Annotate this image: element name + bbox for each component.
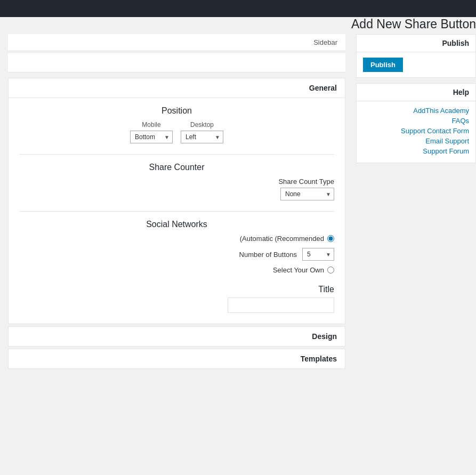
page-title-bar: Add New Share Button (8, 17, 476, 34)
right-sidebar: Publish Publish Help AddThis Academy FAQ… (351, 34, 476, 371)
position-title: Position (19, 106, 334, 116)
share-counter-section: Share Counter Share Count Type None Tota… (19, 163, 334, 200)
share-count-type-label: Share Count Type (19, 178, 334, 186)
publish-button[interactable]: Publish (363, 58, 403, 72)
email-support-link[interactable]: Email Support (425, 137, 469, 145)
list-item: FAQs (363, 117, 469, 125)
desktop-label: Desktop (190, 121, 214, 128)
title-section: Title (19, 285, 334, 313)
left-column: Sidebar General Position Mobile (8, 34, 345, 371)
mobile-position-select[interactable]: Bottom Top Left Right (130, 131, 173, 143)
position-section: Position Mobile Bottom Top Left Right (19, 106, 334, 143)
desktop-position-select[interactable]: Left Right Top Bottom (181, 131, 223, 143)
general-panel: General Position Mobile Bottom Top (8, 78, 345, 324)
number-of-buttons-select-wrapper: 1 2 3 4 5 6 7 8 ▼ (302, 248, 334, 261)
design-panel: Design (8, 326, 345, 347)
help-links-list: AddThis Academy FAQs Support Contact For… (363, 107, 469, 155)
automatic-radio[interactable] (327, 235, 334, 242)
share-count-type-row: None Total Per Network ▼ (19, 188, 334, 200)
mobile-select-wrapper: Bottom Top Left Right ▼ (130, 131, 173, 143)
design-header[interactable]: Design (9, 327, 345, 346)
support-contact-form-link[interactable]: Support Contact Form (401, 127, 469, 135)
share-counter-title: Share Counter (19, 163, 334, 172)
admin-bar (0, 0, 476, 17)
desktop-position-col: Desktop Left Right Top Bottom ▼ (181, 121, 223, 143)
share-count-type-select-wrapper: None Total Per Network ▼ (280, 188, 334, 200)
publish-panel: Publish Publish (356, 34, 476, 78)
desktop-select-wrapper: Left Right Top Bottom ▼ (181, 131, 223, 143)
section-divider-2 (19, 211, 334, 212)
support-forum-link[interactable]: Support Forum (423, 147, 469, 155)
templates-panel: Templates (8, 349, 345, 369)
list-item: Email Support (363, 137, 469, 145)
general-header[interactable]: General (9, 78, 345, 98)
position-row: Mobile Bottom Top Left Right ▼ (19, 121, 334, 143)
addthis-academy-link[interactable]: AddThis Academy (413, 107, 469, 115)
share-count-type-select[interactable]: None Total Per Network (280, 188, 334, 200)
toolbar-area (8, 53, 345, 73)
social-networks-section: Social Networks (Automatic (Recommended … (19, 220, 334, 274)
publish-panel-header: Publish (357, 35, 475, 52)
sidebar-strip: Sidebar (8, 34, 345, 51)
title-label: Title (318, 285, 334, 294)
number-of-buttons-row: Number of Buttons 1 2 3 4 5 6 7 (19, 248, 334, 261)
list-item: Support Forum (363, 147, 469, 155)
select-your-own-label: Select Your Own (273, 266, 324, 274)
number-of-buttons-label: Number of Buttons (239, 251, 297, 259)
mobile-label: Mobile (142, 121, 160, 128)
social-networks-title: Social Networks (19, 220, 334, 229)
automatic-radio-row: (Automatic (Recommended (19, 235, 334, 243)
help-panel-body: AddThis Academy FAQs Support Contact For… (357, 101, 475, 163)
help-panel-header: Help (357, 84, 475, 101)
number-of-buttons-select[interactable]: 1 2 3 4 5 6 7 8 (302, 248, 334, 261)
list-item: Support Contact Form (363, 127, 469, 135)
select-your-own-row: Select Your Own (19, 266, 334, 274)
templates-header[interactable]: Templates (9, 349, 345, 368)
title-input[interactable] (228, 297, 334, 313)
mobile-position-col: Mobile Bottom Top Left Right ▼ (130, 121, 173, 143)
faqs-link[interactable]: FAQs (451, 117, 469, 125)
publish-panel-body: Publish (357, 52, 475, 77)
section-divider-1 (19, 154, 334, 155)
page-title: Add New Share Button (351, 17, 476, 31)
automatic-label: (Automatic (Recommended (240, 235, 324, 243)
general-body: Position Mobile Bottom Top Left Right (9, 98, 345, 324)
list-item: AddThis Academy (363, 107, 469, 115)
help-panel: Help AddThis Academy FAQs Support Contac… (356, 83, 476, 163)
select-your-own-radio[interactable] (327, 267, 334, 273)
